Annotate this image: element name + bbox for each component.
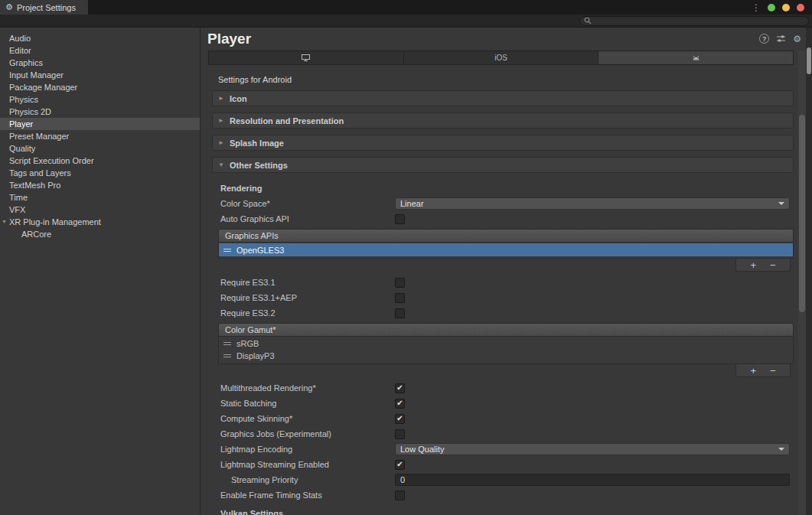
require-es31-checkbox[interactable]: ✔ [395, 278, 405, 288]
require-es31aep-label: Require ES3.1+AEP [201, 293, 395, 302]
sidebar-item-textmesh-pro[interactable]: TextMesh Pro [0, 179, 200, 191]
list-title: Graphics APIs [225, 231, 279, 240]
foldout-icon[interactable]: ► Icon [212, 90, 794, 106]
sidebar-item-package-manager[interactable]: Package Manager [0, 81, 200, 93]
drag-handle-icon[interactable] [223, 249, 231, 252]
multithreaded-rendering-label: Multithreaded Rendering* [201, 383, 395, 393]
foldout-arrow-icon: ► [217, 139, 225, 146]
multithreaded-rendering-checkbox[interactable]: ✔ [395, 383, 405, 393]
sidebar-item-xr-plugin-management[interactable]: ▼ XR Plug-in Management [0, 216, 200, 228]
color-space-label: Color Space* [201, 199, 395, 208]
sidebar-item-physics-2d[interactable]: Physics 2D [0, 106, 200, 118]
panel-header-icons: ? ⚙ [759, 34, 801, 44]
platform-tabbar: iOS [208, 51, 794, 65]
remove-button[interactable]: − [770, 366, 776, 376]
settings-gear-icon[interactable]: ⚙ [793, 34, 801, 44]
panel-scrollbar-thumb[interactable] [799, 115, 805, 312]
drag-handle-icon[interactable] [223, 342, 231, 345]
sidebar-item-script-execution-order[interactable]: Script Execution Order [0, 155, 200, 167]
expander-arrow-icon[interactable]: ▼ [2, 216, 9, 228]
list-item-label: sRGB [236, 339, 259, 348]
lightmap-encoding-dropdown[interactable]: Low Quality [395, 443, 790, 455]
static-batching-checkbox[interactable]: ✔ [395, 399, 405, 409]
sidebar-item-arcore[interactable]: ARCore [0, 228, 200, 240]
sidebar-item-input-manager[interactable]: Input Manager [0, 69, 200, 81]
require-es32-checkbox[interactable]: ✔ [395, 308, 405, 318]
sidebar-item-player[interactable]: Player [0, 118, 200, 130]
add-button[interactable]: + [750, 366, 756, 376]
auto-graphics-api-checkbox[interactable]: ✔ [395, 214, 405, 224]
setting-row: Multithreaded Rendering* ✔ [201, 380, 790, 396]
graphics-jobs-checkbox[interactable]: ✔ [395, 429, 405, 439]
window-dot-yellow[interactable] [782, 4, 790, 11]
color-space-dropdown[interactable]: Linear [395, 197, 790, 210]
tab-title: Project Settings [17, 3, 76, 12]
sidebar-item-tags-and-layers[interactable]: Tags and Layers [0, 167, 200, 179]
gear-icon: ⚙ [5, 2, 13, 12]
foldout-label: Other Settings [230, 161, 288, 170]
add-button[interactable]: + [750, 260, 756, 270]
tab-android[interactable] [598, 51, 794, 65]
setting-row: Require ES3.1+AEP ✔ [201, 290, 790, 305]
help-icon[interactable]: ? [759, 34, 769, 44]
tab-ios-label: iOS [494, 54, 507, 62]
lightmap-streaming-checkbox[interactable]: ✔ [395, 460, 405, 470]
panel-scrollbar[interactable] [798, 51, 806, 515]
compute-skinning-checkbox[interactable]: ✔ [395, 414, 405, 424]
sidebar-item-quality[interactable]: Quality [0, 142, 200, 155]
window-dot-green[interactable] [768, 4, 775, 11]
foldout-arrow-icon: ► [217, 95, 225, 102]
setting-row: Compute Skinning* ✔ [201, 411, 790, 426]
streaming-priority-input[interactable]: 0 [395, 474, 790, 486]
sidebar-item-time[interactable]: Time [0, 191, 200, 204]
setting-row: Require ES3.2 ✔ [201, 305, 790, 321]
foldout-other-settings[interactable]: ▼ Other Settings [212, 157, 794, 173]
foldout-label: Icon [230, 94, 247, 103]
foldout-resolution-and-presentation[interactable]: ► Resolution and Presentation [212, 112, 794, 129]
remove-button[interactable]: − [770, 260, 776, 270]
compute-skinning-label: Compute Skinning* [201, 414, 395, 423]
lightmap-encoding-label: Lightmap Encoding [201, 445, 395, 454]
window-controls: ⋮ [752, 0, 812, 15]
frame-timing-checkbox[interactable]: ✔ [395, 491, 405, 500]
list-item-label: DisplayP3 [236, 351, 275, 360]
search-icon [584, 17, 592, 24]
sidebar-item-physics[interactable]: Physics [0, 93, 200, 106]
graphics-apis-list-body: OpenGLES3 [218, 243, 794, 259]
setting-row: Static Batching ✔ [201, 396, 790, 411]
sidebar-item-audio[interactable]: Audio [0, 32, 200, 44]
project-settings-tab[interactable]: ⚙ Project Settings [0, 0, 88, 15]
graphics-apis-list-footer: + − [218, 259, 794, 272]
sidebar-item-graphics[interactable]: Graphics [0, 57, 200, 69]
graphics-jobs-label: Graphics Jobs (Experimental) [201, 429, 395, 438]
sidebar-item-editor[interactable]: Editor [0, 44, 200, 57]
monitor-icon [301, 54, 311, 62]
sidebar-item-vfx[interactable]: VFX [0, 204, 200, 216]
auto-graphics-api-label: Auto Graphics API [201, 214, 395, 223]
other-settings-content: Rendering Color Space* Linear Auto Graph… [201, 179, 812, 515]
preset-icon[interactable] [776, 34, 786, 43]
list-item-srgb[interactable]: sRGB [219, 337, 793, 350]
window-scrollbar[interactable] [806, 28, 812, 515]
project-settings-content: Audio Editor Graphics Input Manager Pack… [0, 28, 812, 515]
list-item-opengles3[interactable]: OpenGLES3 [219, 243, 793, 256]
setting-row: Color Space* Linear [201, 196, 790, 211]
window-dot-red[interactable] [797, 4, 804, 11]
sidebar-item-preset-manager[interactable]: Preset Manager [0, 130, 200, 142]
settings-sidebar: Audio Editor Graphics Input Manager Pack… [0, 28, 201, 515]
kebab-menu-icon[interactable]: ⋮ [752, 2, 761, 13]
search-input[interactable] [579, 16, 809, 26]
sidebar-item-label: XR Plug-in Management [9, 216, 101, 228]
window-scrollbar-thumb[interactable] [807, 47, 811, 74]
drag-handle-icon[interactable] [223, 354, 231, 357]
foldout-splash-image[interactable]: ► Splash Image [212, 135, 794, 151]
list-item-displayp3[interactable]: DisplayP3 [219, 350, 793, 362]
graphics-apis-list: Graphics APIs OpenGLES3 + − [218, 229, 794, 272]
group-row: Rendering [201, 181, 790, 196]
page-title: Player [207, 31, 251, 47]
search-toolbar [0, 15, 812, 28]
require-es31aep-checkbox[interactable]: ✔ [395, 293, 405, 303]
tab-standalone[interactable] [208, 51, 404, 65]
color-gamut-list: Color Gamut* sRGB DisplayP3 [218, 323, 794, 377]
tab-ios[interactable]: iOS [403, 51, 599, 65]
